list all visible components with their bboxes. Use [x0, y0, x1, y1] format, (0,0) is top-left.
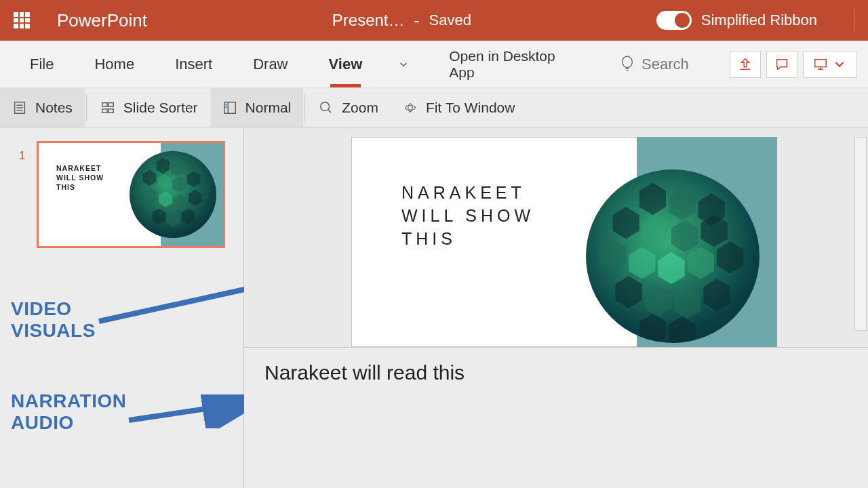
- notes-view-button[interactable]: Notes: [0, 88, 85, 127]
- thumb-text: NARAKEET WILL SHOW THIS: [56, 163, 104, 192]
- svg-marker-31: [642, 215, 669, 247]
- app-name: PowerPoint: [57, 10, 147, 31]
- tab-home[interactable]: Home: [82, 41, 146, 87]
- notes-icon: [12, 100, 27, 115]
- normal-view-button[interactable]: Normal: [210, 88, 304, 127]
- slide-title-text[interactable]: NARAKEET WILL SHOW THIS: [401, 182, 534, 250]
- notes-text[interactable]: Narakeet will read this: [264, 361, 465, 384]
- toolbar-separator: [86, 94, 87, 121]
- normal-view-icon: [222, 100, 237, 115]
- svg-marker-23: [167, 211, 180, 228]
- notes-area[interactable]: Narakeet will read this: [244, 347, 868, 488]
- svg-marker-13: [171, 161, 184, 177]
- svg-marker-21: [189, 190, 202, 206]
- svg-rect-3: [102, 102, 107, 106]
- svg-marker-27: [639, 183, 666, 215]
- annotation-narration-audio: NARRATIONAUDIO: [11, 390, 126, 434]
- saved-status: Saved: [429, 12, 471, 29]
- view-toolbar: Notes Slide Sorter Normal Zoom Fit To Wi…: [0, 88, 868, 127]
- svg-rect-1: [815, 59, 827, 66]
- svg-rect-9: [225, 106, 227, 108]
- slide-thumbnail[interactable]: NARAKEET WILL SHOW THIS: [37, 141, 225, 248]
- tab-insert[interactable]: Insert: [163, 41, 224, 87]
- zoom-button[interactable]: Zoom: [307, 88, 391, 127]
- thumbnail-pane: 1 NARAKEET WILL SHOW THIS VIDEOVISUALS N…: [0, 127, 244, 488]
- tab-view[interactable]: View: [317, 41, 375, 87]
- svg-marker-30: [612, 207, 639, 239]
- svg-marker-35: [629, 247, 655, 279]
- tab-file[interactable]: File: [18, 41, 66, 87]
- comments-button[interactable]: [766, 51, 797, 78]
- slide-sorter-icon: [100, 100, 115, 115]
- titlebar: PowerPoint Present… - Saved Simplified R…: [0, 0, 868, 41]
- svg-marker-18: [144, 188, 158, 205]
- dash: -: [414, 11, 420, 30]
- chevron-down-icon: [832, 57, 847, 72]
- svg-marker-12: [156, 158, 170, 174]
- fit-to-window-button[interactable]: Fit To Window: [391, 88, 528, 127]
- svg-rect-11: [408, 105, 412, 109]
- fit-window-icon: [403, 100, 418, 115]
- svg-marker-20: [174, 194, 187, 210]
- toolbar-separator: [304, 94, 305, 121]
- svg-marker-41: [674, 287, 701, 319]
- slide-sorter-label: Slide Sorter: [123, 100, 198, 116]
- notes-view-label: Notes: [35, 100, 73, 116]
- app-launcher-icon[interactable]: [14, 12, 30, 28]
- slide-canvas: NARAKEET WILL SHOW THIS: [244, 127, 868, 347]
- chevron-down-icon: [397, 58, 410, 70]
- normal-view-label: Normal: [245, 100, 292, 116]
- search-input[interactable]: [642, 56, 730, 73]
- svg-rect-5: [102, 108, 107, 113]
- lightbulb-icon: [620, 55, 635, 74]
- svg-marker-42: [703, 279, 730, 310]
- hex-sphere-graphic: [586, 169, 760, 343]
- tab-overflow[interactable]: [391, 41, 416, 87]
- svg-marker-22: [152, 209, 165, 225]
- search-box[interactable]: [620, 55, 730, 74]
- svg-marker-15: [157, 174, 171, 190]
- editor-pane: NARAKEET WILL SHOW THIS Narakeet will re…: [244, 127, 868, 488]
- simplified-ribbon-toggle[interactable]: [656, 11, 692, 30]
- svg-marker-36: [658, 252, 684, 284]
- titlebar-separator: [854, 9, 854, 32]
- svg-marker-17: [187, 171, 201, 188]
- svg-marker-37: [688, 247, 714, 279]
- svg-rect-8: [225, 104, 227, 105]
- svg-marker-40: [645, 284, 671, 316]
- svg-marker-39: [615, 277, 642, 308]
- svg-line-26: [129, 401, 256, 420]
- svg-marker-19: [159, 191, 172, 207]
- svg-marker-32: [671, 220, 698, 252]
- ribbon-tabs: File Home Insert Draw View Open in Deskt…: [0, 41, 868, 88]
- svg-rect-6: [108, 108, 113, 113]
- present-icon: [813, 57, 828, 72]
- svg-marker-24: [182, 209, 195, 225]
- svg-marker-34: [599, 239, 626, 270]
- slide[interactable]: NARAKEET WILL SHOW THIS: [351, 137, 777, 347]
- svg-point-10: [321, 102, 330, 110]
- tab-draw[interactable]: Draw: [241, 41, 300, 87]
- scrollbar[interactable]: [854, 137, 867, 331]
- present-button[interactable]: [803, 51, 857, 78]
- svg-marker-28: [669, 188, 695, 220]
- svg-marker-14: [143, 170, 157, 186]
- share-button[interactable]: [730, 51, 761, 78]
- zoom-icon: [319, 100, 334, 115]
- slide-sorter-button[interactable]: Slide Sorter: [88, 88, 210, 127]
- svg-marker-38: [717, 241, 743, 273]
- svg-marker-16: [172, 176, 186, 192]
- hex-sphere-graphic: [130, 151, 216, 238]
- open-in-desktop-button[interactable]: Open in Desktop App: [437, 41, 593, 87]
- workspace: 1 NARAKEET WILL SHOW THIS VIDEOVISUALS N…: [0, 127, 868, 488]
- share-icon: [738, 57, 753, 72]
- slide-number: 1: [19, 149, 25, 163]
- svg-rect-4: [108, 102, 113, 106]
- svg-point-0: [623, 56, 633, 68]
- svg-marker-44: [669, 317, 695, 343]
- annotation-video-visuals: VIDEOVISUALS: [11, 298, 96, 342]
- document-name[interactable]: Present…: [332, 11, 405, 30]
- comment-icon: [774, 57, 789, 72]
- zoom-label: Zoom: [342, 100, 378, 116]
- simplified-ribbon-label: Simplified Ribbon: [701, 12, 817, 29]
